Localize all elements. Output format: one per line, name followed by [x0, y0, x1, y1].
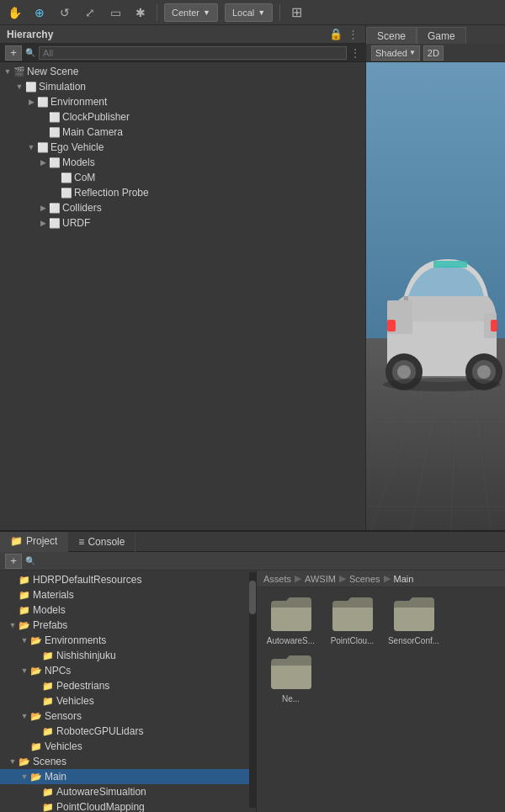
tree-item-reflection-probe[interactable]: ⬜ Reflection Probe	[0, 185, 365, 200]
project-item-hdrp[interactable]: 📁 HDRPDefaultResources	[0, 572, 256, 587]
project-item-pointcloud[interactable]: 📁 PointCloudMapping	[0, 799, 256, 812]
arrow-simulation	[13, 81, 25, 93]
console-tab-label: Console	[88, 536, 125, 548]
new-scene-icon: 🎬	[13, 66, 25, 77]
hand-tool-icon[interactable]: ✋	[5, 3, 24, 22]
tree-item-clock-publisher[interactable]: ⬜ ClockPublisher	[0, 109, 365, 125]
breadcrumb-assets[interactable]: Assets	[263, 574, 291, 584]
grid-icon[interactable]: ⊞	[287, 3, 306, 22]
hierarchy-add-button[interactable]: +	[5, 45, 22, 61]
transform-tool-icon[interactable]: ✱	[131, 3, 150, 22]
arrow-pedestrians	[30, 680, 42, 692]
prefab-vehicles-label: Vehicles	[45, 740, 82, 752]
breadcrumb-awsim[interactable]: AWSIM	[305, 574, 336, 584]
scene-toolbar: Shaded ▼ 2D	[366, 44, 505, 62]
arrow-autoware-sim	[30, 786, 42, 798]
npc-vehicles-folder-icon: 📁	[42, 696, 54, 707]
hierarchy-menu-icon[interactable]: ⋮	[348, 28, 359, 40]
asset-new[interactable]: Ne...	[263, 652, 318, 703]
project-item-autoware-sim[interactable]: 📁 AutowareSimualtion	[0, 784, 256, 799]
breadcrumb-main[interactable]: Main	[394, 574, 414, 584]
tree-item-new-scene[interactable]: 🎬 New Scene	[0, 64, 365, 79]
breadcrumb-scenes[interactable]: Scenes	[349, 574, 380, 584]
arrow-npc-vehicles	[30, 695, 42, 707]
scene-tabs: Scene Game	[366, 25, 505, 44]
tree-item-urdf[interactable]: ⬜ URDF	[0, 215, 365, 231]
tree-item-ego-vehicle[interactable]: ⬜ Ego Vehicle	[0, 140, 365, 155]
materials-label: Materials	[33, 589, 74, 601]
project-item-models[interactable]: 📁 Models	[0, 602, 256, 618]
tab-game-label: Game	[428, 30, 455, 42]
new-folder-svg	[269, 652, 313, 691]
project-item-npc-vehicles[interactable]: 📁 Vehicles	[0, 693, 256, 709]
asset-pointcloud[interactable]: PointClou...	[325, 594, 380, 645]
arrow-main	[19, 771, 30, 783]
arrow-environments	[19, 634, 30, 646]
project-item-prefabs[interactable]: 📂 Prefabs	[0, 618, 256, 633]
ego-vehicle-icon: ⬜	[37, 141, 49, 153]
simulation-label: Simulation	[39, 81, 86, 93]
arrow-com	[49, 172, 61, 183]
project-item-sensors[interactable]: 📂 Sensors	[0, 709, 256, 724]
arrow-robotec	[30, 725, 42, 737]
arrow-ego-vehicle	[25, 141, 37, 153]
project-tree: 📁 HDRPDefaultResources 📁 Materials 📁 Mod…	[0, 571, 257, 812]
assets-breadcrumb: Assets ▶ AWSIM ▶ Scenes ▶ Main	[257, 571, 505, 587]
project-item-scenes[interactable]: 📂 Scenes	[0, 754, 256, 769]
tab-console[interactable]: ≡ Console	[68, 532, 136, 552]
tree-item-models[interactable]: ⬜ Models	[0, 155, 365, 170]
project-tab-label: Project	[26, 535, 57, 547]
tab-project[interactable]: 📁 Project	[0, 532, 68, 552]
project-item-materials[interactable]: 📁 Materials	[0, 587, 256, 602]
tree-item-environment[interactable]: ⬜ Environment	[0, 94, 365, 109]
assets-panel: Assets ▶ AWSIM ▶ Scenes ▶ Main AutowareS…	[257, 571, 505, 812]
tree-item-colliders[interactable]: ⬜ Colliders	[0, 200, 365, 215]
prefab-vehicles-folder-icon: 📁	[30, 741, 42, 752]
nishishinjuku-folder-icon: 📁	[42, 650, 54, 661]
tree-item-com[interactable]: ⬜ CoM	[0, 170, 365, 185]
scene-svg	[366, 62, 505, 530]
project-item-main[interactable]: 📂 Main	[0, 769, 256, 784]
hierarchy-more-icon[interactable]: ⋮	[350, 47, 360, 59]
sensorconfig-asset-label: SensorConf...	[388, 636, 439, 645]
arrow-pointcloud	[30, 801, 42, 812]
arrow-models	[37, 157, 49, 168]
move-tool-icon[interactable]: ⊕	[30, 3, 49, 22]
hierarchy-search-input[interactable]	[39, 46, 347, 60]
hierarchy-panel: Hierarchy 🔒 ⋮ + 🔍 ⋮ 🎬 New Scene ⬜ Sim	[0, 25, 366, 530]
project-item-environments[interactable]: 📂 Environments	[0, 633, 256, 648]
npcs-folder-icon: 📂	[30, 666, 42, 677]
project-item-pedestrians[interactable]: 📁 Pedestrians	[0, 678, 256, 693]
environment-label: Environment	[50, 96, 107, 108]
project-add-button[interactable]: +	[5, 554, 22, 569]
local-button[interactable]: Local ▼	[225, 3, 273, 22]
project-item-prefab-vehicles[interactable]: 📁 Vehicles	[0, 739, 256, 754]
rotate-tool-icon[interactable]: ↺	[56, 3, 74, 22]
tab-game[interactable]: Game	[417, 27, 466, 44]
project-item-robotec[interactable]: 📁 RobotecGPULidars	[0, 724, 256, 739]
npcs-label: NPCs	[45, 665, 71, 677]
asset-autoware[interactable]: AutowareS...	[263, 594, 318, 645]
rect-tool-icon[interactable]: ▭	[106, 3, 125, 22]
materials-folder-icon: 📁	[19, 590, 30, 601]
project-item-npcs[interactable]: 📂 NPCs	[0, 663, 256, 678]
scene-view[interactable]	[366, 62, 505, 530]
asset-sensorconfig[interactable]: SensorConf...	[386, 594, 441, 645]
shaded-dropdown[interactable]: Shaded ▼	[371, 45, 420, 61]
hierarchy-lock-icon[interactable]: 🔒	[329, 28, 343, 40]
nishishinjuku-label: Nishishinjuku	[56, 650, 116, 661]
arrow-scenes	[7, 756, 19, 767]
scrollbar-thumb[interactable]	[249, 581, 256, 614]
pointcloud-label: PointCloudMapping	[56, 801, 145, 812]
2d-button[interactable]: 2D	[423, 45, 444, 61]
scale-tool-icon[interactable]: ⤢	[81, 3, 99, 22]
tab-scene[interactable]: Scene	[366, 27, 417, 44]
project-item-nishishinjuku[interactable]: 📁 Nishishinjuku	[0, 648, 256, 663]
tree-item-simulation[interactable]: ⬜ Simulation	[0, 79, 365, 94]
arrow-colliders	[37, 202, 49, 214]
hdrp-folder-icon: 📁	[19, 575, 30, 586]
reflection-probe-icon: ⬜	[61, 187, 72, 199]
pedestrians-label: Pedestrians	[56, 680, 109, 692]
center-button[interactable]: Center ▼	[164, 3, 218, 22]
tree-item-main-camera[interactable]: ⬜ Main Camera	[0, 125, 365, 140]
